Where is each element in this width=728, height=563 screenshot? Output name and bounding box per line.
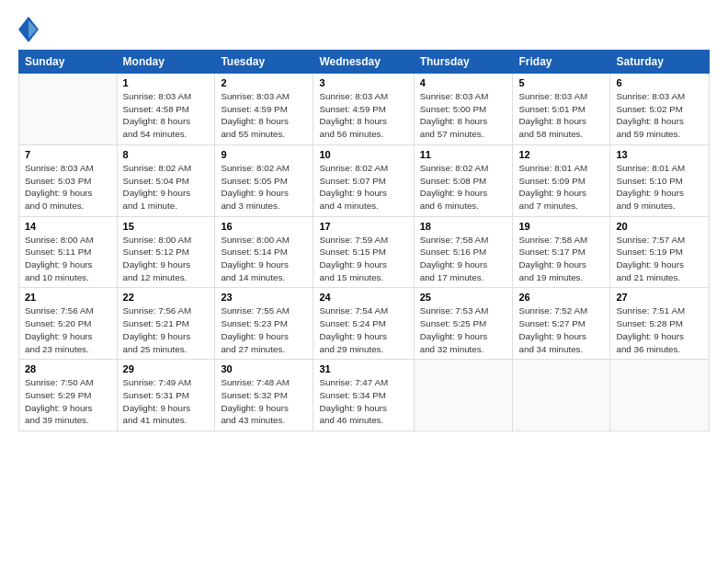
calendar-cell: 31Sunrise: 7:47 AM Sunset: 5:34 PM Dayli… — [313, 360, 414, 431]
day-info: Sunrise: 8:00 AM Sunset: 5:12 PM Dayligh… — [123, 234, 210, 284]
calendar-cell: 4Sunrise: 8:03 AM Sunset: 5:00 PM Daylig… — [414, 74, 513, 145]
day-info: Sunrise: 8:02 AM Sunset: 5:07 PM Dayligh… — [319, 162, 407, 213]
day-info: Sunrise: 7:48 AM Sunset: 5:32 PM Dayligh… — [221, 376, 307, 427]
calendar-cell: 30Sunrise: 7:48 AM Sunset: 5:32 PM Dayli… — [215, 360, 313, 431]
calendar-cell — [414, 360, 513, 431]
day-info: Sunrise: 8:03 AM Sunset: 4:59 PM Dayligh… — [319, 90, 407, 141]
calendar-cell: 8Sunrise: 8:02 AM Sunset: 5:04 PM Daylig… — [117, 144, 215, 216]
day-number: 2 — [221, 77, 307, 88]
page: SundayMondayTuesdayWednesdayThursdayFrid… — [0, 0, 728, 563]
day-number: 8 — [123, 149, 210, 160]
day-info: Sunrise: 7:58 AM Sunset: 5:17 PM Dayligh… — [518, 234, 604, 284]
calendar-cell: 6Sunrise: 8:03 AM Sunset: 5:02 PM Daylig… — [610, 74, 710, 145]
calendar-week-row: 14Sunrise: 8:00 AM Sunset: 5:11 PM Dayli… — [19, 216, 710, 288]
calendar-cell: 12Sunrise: 8:01 AM Sunset: 5:09 PM Dayli… — [513, 144, 610, 216]
day-number: 14 — [25, 221, 111, 232]
day-info: Sunrise: 7:58 AM Sunset: 5:16 PM Dayligh… — [420, 234, 507, 284]
logo — [18, 17, 42, 42]
calendar-cell: 2Sunrise: 8:03 AM Sunset: 4:59 PM Daylig… — [215, 74, 313, 145]
calendar-table: SundayMondayTuesdayWednesdayThursdayFrid… — [18, 50, 710, 431]
day-info: Sunrise: 8:03 AM Sunset: 4:59 PM Dayligh… — [221, 90, 307, 141]
day-number: 25 — [420, 292, 507, 303]
day-number: 29 — [123, 363, 210, 374]
day-number: 11 — [420, 149, 507, 160]
day-info: Sunrise: 7:50 AM Sunset: 5:29 PM Dayligh… — [25, 376, 111, 427]
day-info: Sunrise: 7:49 AM Sunset: 5:31 PM Dayligh… — [123, 376, 210, 427]
day-info: Sunrise: 8:03 AM Sunset: 5:01 PM Dayligh… — [518, 90, 604, 141]
day-number: 26 — [518, 292, 604, 303]
day-number: 30 — [221, 363, 307, 374]
day-number: 24 — [319, 292, 407, 303]
day-info: Sunrise: 8:02 AM Sunset: 5:08 PM Dayligh… — [420, 162, 507, 213]
calendar-header-row: SundayMondayTuesdayWednesdayThursdayFrid… — [19, 51, 710, 74]
day-info: Sunrise: 7:56 AM Sunset: 5:20 PM Dayligh… — [25, 304, 111, 355]
calendar-cell: 16Sunrise: 8:00 AM Sunset: 5:14 PM Dayli… — [215, 216, 313, 288]
day-number: 1 — [123, 77, 210, 88]
calendar-cell: 22Sunrise: 7:56 AM Sunset: 5:21 PM Dayli… — [117, 288, 215, 360]
calendar-cell — [513, 360, 610, 431]
calendar-cell: 25Sunrise: 7:53 AM Sunset: 5:25 PM Dayli… — [414, 288, 513, 360]
calendar-week-row: 28Sunrise: 7:50 AM Sunset: 5:29 PM Dayli… — [19, 360, 710, 431]
calendar-cell — [19, 74, 118, 145]
calendar-cell: 5Sunrise: 8:03 AM Sunset: 5:01 PM Daylig… — [513, 74, 610, 145]
day-number: 5 — [518, 77, 604, 88]
day-number: 4 — [420, 77, 507, 88]
day-number: 16 — [221, 221, 307, 232]
column-header-wednesday: Wednesday — [313, 51, 414, 74]
header — [18, 17, 710, 42]
day-number: 28 — [25, 363, 111, 374]
day-number: 13 — [616, 149, 703, 160]
column-header-tuesday: Tuesday — [215, 51, 313, 74]
calendar-cell: 14Sunrise: 8:00 AM Sunset: 5:11 PM Dayli… — [19, 216, 118, 288]
calendar-cell: 23Sunrise: 7:55 AM Sunset: 5:23 PM Dayli… — [215, 288, 313, 360]
calendar-cell: 11Sunrise: 8:02 AM Sunset: 5:08 PM Dayli… — [414, 144, 513, 216]
day-number: 17 — [319, 221, 407, 232]
day-info: Sunrise: 8:00 AM Sunset: 5:11 PM Dayligh… — [25, 234, 111, 284]
day-number: 3 — [319, 77, 407, 88]
calendar-cell: 7Sunrise: 8:03 AM Sunset: 5:03 PM Daylig… — [19, 144, 118, 216]
day-info: Sunrise: 8:00 AM Sunset: 5:14 PM Dayligh… — [221, 234, 307, 284]
day-number: 21 — [25, 292, 111, 303]
column-header-saturday: Saturday — [610, 51, 710, 74]
day-number: 6 — [616, 77, 703, 88]
day-number: 12 — [518, 149, 604, 160]
day-number: 31 — [319, 363, 407, 374]
calendar-cell — [610, 360, 710, 431]
day-number: 7 — [25, 149, 111, 160]
calendar-cell: 18Sunrise: 7:58 AM Sunset: 5:16 PM Dayli… — [414, 216, 513, 288]
day-info: Sunrise: 7:55 AM Sunset: 5:23 PM Dayligh… — [221, 304, 307, 355]
calendar-cell: 1Sunrise: 8:03 AM Sunset: 4:58 PM Daylig… — [117, 74, 215, 145]
day-info: Sunrise: 7:53 AM Sunset: 5:25 PM Dayligh… — [420, 304, 507, 355]
calendar-cell: 28Sunrise: 7:50 AM Sunset: 5:29 PM Dayli… — [19, 360, 118, 431]
day-number: 27 — [616, 292, 703, 303]
calendar-cell: 26Sunrise: 7:52 AM Sunset: 5:27 PM Dayli… — [513, 288, 610, 360]
day-info: Sunrise: 8:03 AM Sunset: 5:00 PM Dayligh… — [420, 90, 507, 141]
calendar-cell: 13Sunrise: 8:01 AM Sunset: 5:10 PM Dayli… — [610, 144, 710, 216]
column-header-friday: Friday — [513, 51, 610, 74]
column-header-thursday: Thursday — [414, 51, 513, 74]
calendar-cell: 29Sunrise: 7:49 AM Sunset: 5:31 PM Dayli… — [117, 360, 215, 431]
day-info: Sunrise: 8:03 AM Sunset: 4:58 PM Dayligh… — [123, 90, 210, 141]
day-info: Sunrise: 7:56 AM Sunset: 5:21 PM Dayligh… — [123, 304, 210, 355]
day-info: Sunrise: 8:01 AM Sunset: 5:09 PM Dayligh… — [518, 162, 604, 213]
calendar-week-row: 21Sunrise: 7:56 AM Sunset: 5:20 PM Dayli… — [19, 288, 710, 360]
day-info: Sunrise: 7:51 AM Sunset: 5:28 PM Dayligh… — [616, 304, 703, 355]
day-number: 19 — [518, 221, 604, 232]
calendar-week-row: 7Sunrise: 8:03 AM Sunset: 5:03 PM Daylig… — [19, 144, 710, 216]
column-header-sunday: Sunday — [19, 51, 118, 74]
calendar-cell: 27Sunrise: 7:51 AM Sunset: 5:28 PM Dayli… — [610, 288, 710, 360]
day-info: Sunrise: 8:02 AM Sunset: 5:04 PM Dayligh… — [123, 162, 210, 213]
day-info: Sunrise: 7:59 AM Sunset: 5:15 PM Dayligh… — [319, 234, 407, 284]
calendar-cell: 17Sunrise: 7:59 AM Sunset: 5:15 PM Dayli… — [313, 216, 414, 288]
calendar-cell: 15Sunrise: 8:00 AM Sunset: 5:12 PM Dayli… — [117, 216, 215, 288]
calendar-cell: 24Sunrise: 7:54 AM Sunset: 5:24 PM Dayli… — [313, 288, 414, 360]
day-info: Sunrise: 7:57 AM Sunset: 5:19 PM Dayligh… — [616, 234, 703, 284]
day-info: Sunrise: 8:03 AM Sunset: 5:03 PM Dayligh… — [25, 162, 111, 213]
day-info: Sunrise: 7:54 AM Sunset: 5:24 PM Dayligh… — [319, 304, 407, 355]
day-number: 15 — [123, 221, 210, 232]
calendar-cell: 10Sunrise: 8:02 AM Sunset: 5:07 PM Dayli… — [313, 144, 414, 216]
day-info: Sunrise: 7:52 AM Sunset: 5:27 PM Dayligh… — [518, 304, 604, 355]
calendar-cell: 21Sunrise: 7:56 AM Sunset: 5:20 PM Dayli… — [19, 288, 118, 360]
calendar-cell: 9Sunrise: 8:02 AM Sunset: 5:05 PM Daylig… — [215, 144, 313, 216]
day-number: 9 — [221, 149, 307, 160]
